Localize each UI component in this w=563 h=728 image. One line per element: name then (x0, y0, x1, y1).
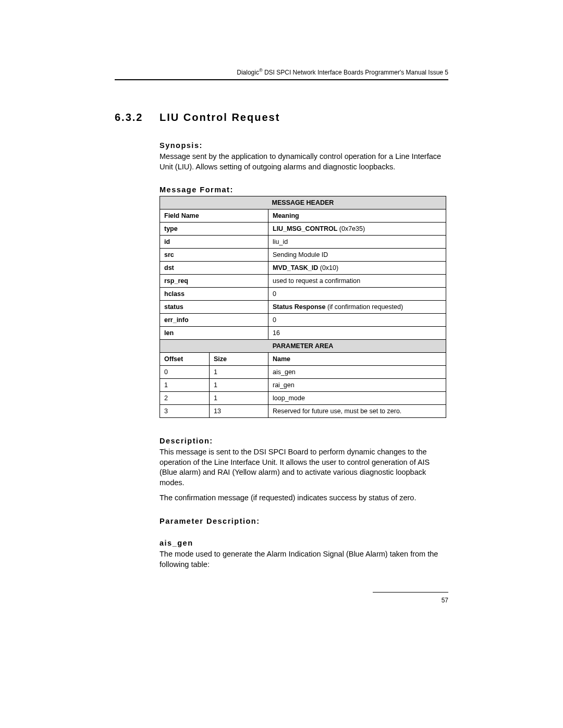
table-row: hclass 0 (160, 288, 446, 301)
field-meaning: used to request a confirmation (268, 275, 446, 288)
param-desc-text: The mode used to generate the Alarm Indi… (160, 549, 448, 570)
field-name: hclass (160, 288, 268, 301)
table-row: 1 1 rai_gen (160, 379, 446, 392)
table-row: type LIU_MSG_CONTROL (0x7e35) (160, 223, 446, 236)
table-row: src Sending Module ID (160, 249, 446, 262)
param-size: 13 (210, 405, 268, 418)
field-name: rsp_req (160, 275, 268, 288)
field-name: dst (160, 262, 268, 275)
table-row: id liu_id (160, 236, 446, 249)
param-offset: 3 (160, 405, 210, 418)
table-row: rsp_req used to request a confirmation (160, 275, 446, 288)
section-heading: 6.3.2 LIU Control Request (115, 112, 448, 124)
message-format-table: MESSAGE HEADER Field Name Meaning type L… (160, 196, 446, 418)
table-section-param: PARAMETER AREA (160, 340, 446, 353)
col-name: Name (268, 353, 446, 366)
field-name: id (160, 236, 268, 249)
field-meaning: Sending Module ID (268, 249, 446, 262)
field-name: status (160, 301, 268, 314)
synopsis-text: Message sent by the application to dynam… (160, 152, 448, 172)
param-offset: 0 (160, 366, 210, 379)
description-p1: This message is sent to the DSI SPCI Boa… (160, 447, 448, 488)
table-row: err_info 0 (160, 314, 446, 327)
table-row: status Status Response (if confirmation … (160, 301, 446, 314)
col-field-name: Field Name (160, 209, 268, 223)
page-number: 57 (442, 597, 448, 604)
col-offset: Offset (160, 353, 210, 366)
field-name: len (160, 327, 268, 340)
table-row: 2 1 loop_mode (160, 392, 446, 405)
field-meaning: 0 (268, 314, 446, 327)
param-name: rai_gen (268, 379, 446, 392)
param-offset: 2 (160, 392, 210, 405)
header-brand: Dialogic (237, 69, 259, 76)
section-title: LIU Control Request (160, 112, 280, 124)
param-size: 1 (210, 379, 268, 392)
col-size: Size (210, 353, 268, 366)
param-size: 1 (210, 392, 268, 405)
field-meaning: LIU_MSG_CONTROL (0x7e35) (268, 223, 446, 236)
param-name-heading: ais_gen (160, 539, 448, 547)
field-meaning: 0 (268, 288, 446, 301)
header-tail: DSI SPCI Network Interface Boards Progra… (263, 69, 448, 76)
header-rule (115, 79, 448, 80)
field-name: type (160, 223, 268, 236)
field-meaning: MVD_TASK_ID (0x10) (268, 262, 446, 275)
table-section-header: MESSAGE HEADER (160, 196, 446, 209)
param-desc-label: Parameter Description: (160, 517, 448, 525)
col-meaning: Meaning (268, 209, 446, 223)
description-p2: The confirmation message (if requested) … (160, 493, 448, 503)
running-header: Dialogic® DSI SPCI Network Interface Boa… (115, 68, 448, 76)
synopsis-label: Synopsis: (160, 141, 448, 150)
field-meaning: liu_id (268, 236, 446, 249)
field-meaning: 16 (268, 327, 446, 340)
param-name: loop_mode (268, 392, 446, 405)
registered-mark: ® (259, 68, 263, 73)
table-row: len 16 (160, 327, 446, 340)
param-offset: 1 (160, 379, 210, 392)
message-format-label: Message Format: (160, 186, 448, 194)
description-label: Description: (160, 437, 448, 445)
field-name: src (160, 249, 268, 262)
param-name: ais_gen (268, 366, 446, 379)
field-meaning: Status Response (if confirmation request… (268, 301, 446, 314)
field-name: err_info (160, 314, 268, 327)
table-row: 3 13 Reserved for future use, must be se… (160, 405, 446, 418)
table-row: dst MVD_TASK_ID (0x10) (160, 262, 446, 275)
section-number: 6.3.2 (115, 112, 160, 124)
param-size: 1 (210, 366, 268, 379)
footer-rule (373, 592, 448, 593)
param-name: Reserved for future use, must be set to … (268, 405, 446, 418)
table-row: 0 1 ais_gen (160, 366, 446, 379)
